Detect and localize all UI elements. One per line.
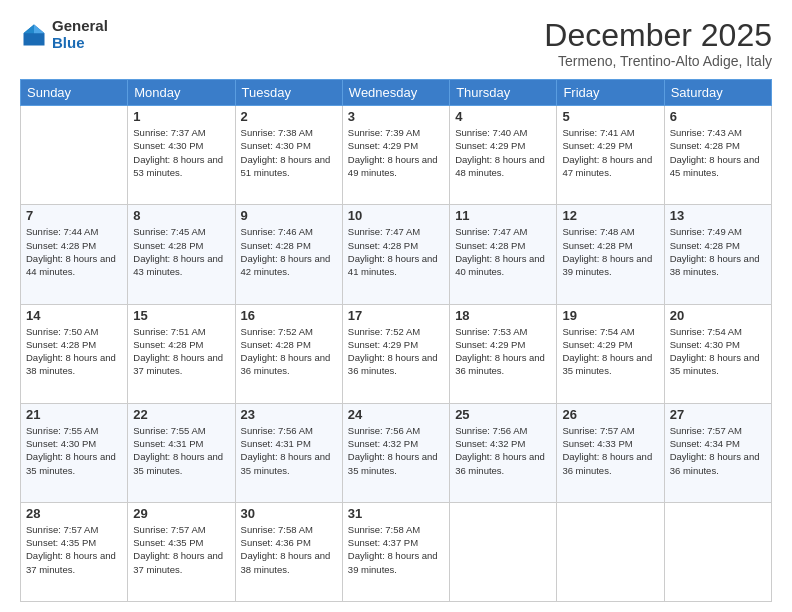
table-row: 10Sunrise: 7:47 AMSunset: 4:28 PMDayligh… xyxy=(342,205,449,304)
day-number: 30 xyxy=(241,506,337,521)
day-number: 21 xyxy=(26,407,122,422)
day-number: 14 xyxy=(26,308,122,323)
day-number: 26 xyxy=(562,407,658,422)
table-row: 9Sunrise: 7:46 AMSunset: 4:28 PMDaylight… xyxy=(235,205,342,304)
day-number: 4 xyxy=(455,109,551,124)
calendar-week-row: 7Sunrise: 7:44 AMSunset: 4:28 PMDaylight… xyxy=(21,205,772,304)
table-row: 19Sunrise: 7:54 AMSunset: 4:29 PMDayligh… xyxy=(557,304,664,403)
day-info: Sunrise: 7:48 AMSunset: 4:28 PMDaylight:… xyxy=(562,225,658,278)
day-info: Sunrise: 7:54 AMSunset: 4:29 PMDaylight:… xyxy=(562,325,658,378)
table-row: 18Sunrise: 7:53 AMSunset: 4:29 PMDayligh… xyxy=(450,304,557,403)
calendar-table: Sunday Monday Tuesday Wednesday Thursday… xyxy=(20,79,772,602)
day-number: 23 xyxy=(241,407,337,422)
table-row: 8Sunrise: 7:45 AMSunset: 4:28 PMDaylight… xyxy=(128,205,235,304)
table-row: 3Sunrise: 7:39 AMSunset: 4:29 PMDaylight… xyxy=(342,106,449,205)
table-row: 24Sunrise: 7:56 AMSunset: 4:32 PMDayligh… xyxy=(342,403,449,502)
table-row xyxy=(664,502,771,601)
day-number: 1 xyxy=(133,109,229,124)
day-number: 10 xyxy=(348,208,444,223)
day-info: Sunrise: 7:50 AMSunset: 4:28 PMDaylight:… xyxy=(26,325,122,378)
day-number: 27 xyxy=(670,407,766,422)
table-row: 29Sunrise: 7:57 AMSunset: 4:35 PMDayligh… xyxy=(128,502,235,601)
day-number: 15 xyxy=(133,308,229,323)
svg-marker-1 xyxy=(34,24,45,33)
day-number: 19 xyxy=(562,308,658,323)
table-row: 25Sunrise: 7:56 AMSunset: 4:32 PMDayligh… xyxy=(450,403,557,502)
table-row: 21Sunrise: 7:55 AMSunset: 4:30 PMDayligh… xyxy=(21,403,128,502)
day-info: Sunrise: 7:47 AMSunset: 4:28 PMDaylight:… xyxy=(348,225,444,278)
day-info: Sunrise: 7:57 AMSunset: 4:33 PMDaylight:… xyxy=(562,424,658,477)
day-info: Sunrise: 7:43 AMSunset: 4:28 PMDaylight:… xyxy=(670,126,766,179)
day-number: 2 xyxy=(241,109,337,124)
subtitle: Termeno, Trentino-Alto Adige, Italy xyxy=(544,53,772,69)
col-wednesday: Wednesday xyxy=(342,80,449,106)
day-info: Sunrise: 7:56 AMSunset: 4:32 PMDaylight:… xyxy=(348,424,444,477)
day-info: Sunrise: 7:40 AMSunset: 4:29 PMDaylight:… xyxy=(455,126,551,179)
table-row xyxy=(557,502,664,601)
table-row: 13Sunrise: 7:49 AMSunset: 4:28 PMDayligh… xyxy=(664,205,771,304)
day-number: 3 xyxy=(348,109,444,124)
day-number: 17 xyxy=(348,308,444,323)
table-row: 27Sunrise: 7:57 AMSunset: 4:34 PMDayligh… xyxy=(664,403,771,502)
col-tuesday: Tuesday xyxy=(235,80,342,106)
day-info: Sunrise: 7:45 AMSunset: 4:28 PMDaylight:… xyxy=(133,225,229,278)
table-row: 22Sunrise: 7:55 AMSunset: 4:31 PMDayligh… xyxy=(128,403,235,502)
day-number: 7 xyxy=(26,208,122,223)
day-info: Sunrise: 7:38 AMSunset: 4:30 PMDaylight:… xyxy=(241,126,337,179)
day-number: 20 xyxy=(670,308,766,323)
calendar-week-row: 1Sunrise: 7:37 AMSunset: 4:30 PMDaylight… xyxy=(21,106,772,205)
day-number: 16 xyxy=(241,308,337,323)
logo-icon xyxy=(20,21,48,49)
table-row: 20Sunrise: 7:54 AMSunset: 4:30 PMDayligh… xyxy=(664,304,771,403)
table-row: 17Sunrise: 7:52 AMSunset: 4:29 PMDayligh… xyxy=(342,304,449,403)
table-row: 6Sunrise: 7:43 AMSunset: 4:28 PMDaylight… xyxy=(664,106,771,205)
page: General Blue December 2025 Termeno, Tren… xyxy=(0,0,792,612)
table-row: 23Sunrise: 7:56 AMSunset: 4:31 PMDayligh… xyxy=(235,403,342,502)
day-number: 9 xyxy=(241,208,337,223)
calendar-week-row: 14Sunrise: 7:50 AMSunset: 4:28 PMDayligh… xyxy=(21,304,772,403)
table-row: 1Sunrise: 7:37 AMSunset: 4:30 PMDaylight… xyxy=(128,106,235,205)
day-info: Sunrise: 7:56 AMSunset: 4:31 PMDaylight:… xyxy=(241,424,337,477)
day-info: Sunrise: 7:37 AMSunset: 4:30 PMDaylight:… xyxy=(133,126,229,179)
day-number: 28 xyxy=(26,506,122,521)
table-row: 4Sunrise: 7:40 AMSunset: 4:29 PMDaylight… xyxy=(450,106,557,205)
col-sunday: Sunday xyxy=(21,80,128,106)
table-row xyxy=(21,106,128,205)
logo-blue-text: Blue xyxy=(52,35,108,52)
table-row: 11Sunrise: 7:47 AMSunset: 4:28 PMDayligh… xyxy=(450,205,557,304)
day-number: 6 xyxy=(670,109,766,124)
calendar-week-row: 28Sunrise: 7:57 AMSunset: 4:35 PMDayligh… xyxy=(21,502,772,601)
day-info: Sunrise: 7:46 AMSunset: 4:28 PMDaylight:… xyxy=(241,225,337,278)
day-number: 11 xyxy=(455,208,551,223)
table-row: 31Sunrise: 7:58 AMSunset: 4:37 PMDayligh… xyxy=(342,502,449,601)
day-info: Sunrise: 7:57 AMSunset: 4:35 PMDaylight:… xyxy=(26,523,122,576)
day-info: Sunrise: 7:55 AMSunset: 4:30 PMDaylight:… xyxy=(26,424,122,477)
table-row: 12Sunrise: 7:48 AMSunset: 4:28 PMDayligh… xyxy=(557,205,664,304)
table-row: 14Sunrise: 7:50 AMSunset: 4:28 PMDayligh… xyxy=(21,304,128,403)
calendar-week-row: 21Sunrise: 7:55 AMSunset: 4:30 PMDayligh… xyxy=(21,403,772,502)
day-info: Sunrise: 7:55 AMSunset: 4:31 PMDaylight:… xyxy=(133,424,229,477)
day-info: Sunrise: 7:49 AMSunset: 4:28 PMDaylight:… xyxy=(670,225,766,278)
day-info: Sunrise: 7:47 AMSunset: 4:28 PMDaylight:… xyxy=(455,225,551,278)
day-info: Sunrise: 7:53 AMSunset: 4:29 PMDaylight:… xyxy=(455,325,551,378)
day-info: Sunrise: 7:44 AMSunset: 4:28 PMDaylight:… xyxy=(26,225,122,278)
day-info: Sunrise: 7:52 AMSunset: 4:29 PMDaylight:… xyxy=(348,325,444,378)
title-block: December 2025 Termeno, Trentino-Alto Adi… xyxy=(544,18,772,69)
table-row: 7Sunrise: 7:44 AMSunset: 4:28 PMDaylight… xyxy=(21,205,128,304)
day-info: Sunrise: 7:39 AMSunset: 4:29 PMDaylight:… xyxy=(348,126,444,179)
table-row: 26Sunrise: 7:57 AMSunset: 4:33 PMDayligh… xyxy=(557,403,664,502)
table-row: 16Sunrise: 7:52 AMSunset: 4:28 PMDayligh… xyxy=(235,304,342,403)
table-row: 15Sunrise: 7:51 AMSunset: 4:28 PMDayligh… xyxy=(128,304,235,403)
day-info: Sunrise: 7:58 AMSunset: 4:37 PMDaylight:… xyxy=(348,523,444,576)
header: General Blue December 2025 Termeno, Tren… xyxy=(20,18,772,69)
table-row: 2Sunrise: 7:38 AMSunset: 4:30 PMDaylight… xyxy=(235,106,342,205)
day-info: Sunrise: 7:51 AMSunset: 4:28 PMDaylight:… xyxy=(133,325,229,378)
day-info: Sunrise: 7:57 AMSunset: 4:35 PMDaylight:… xyxy=(133,523,229,576)
day-number: 12 xyxy=(562,208,658,223)
logo-general-text: General xyxy=(52,18,108,35)
col-friday: Friday xyxy=(557,80,664,106)
logo-text: General Blue xyxy=(52,18,108,51)
day-info: Sunrise: 7:56 AMSunset: 4:32 PMDaylight:… xyxy=(455,424,551,477)
col-thursday: Thursday xyxy=(450,80,557,106)
table-row: 5Sunrise: 7:41 AMSunset: 4:29 PMDaylight… xyxy=(557,106,664,205)
